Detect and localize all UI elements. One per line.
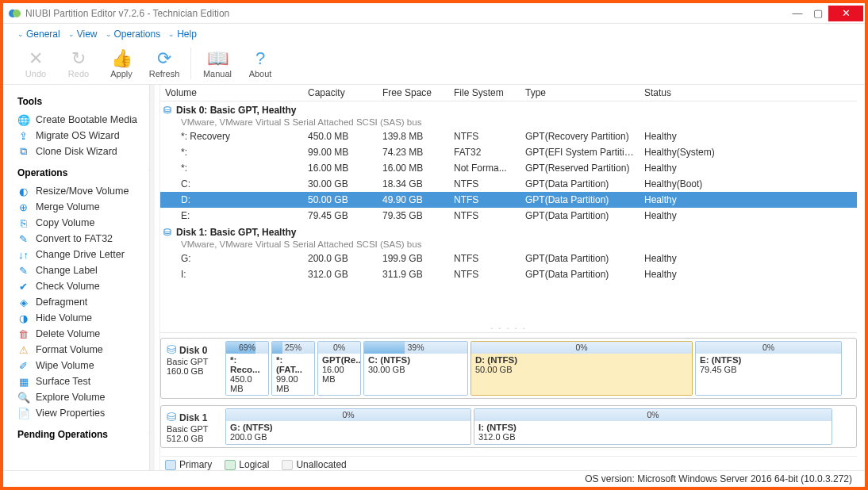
op-view-properties[interactable]: 📄View Properties	[17, 405, 153, 421]
sidebar-icon: ◈	[17, 297, 29, 308]
sidebar-icon: ↓↑	[17, 249, 29, 261]
toolbar: ✕Undo↻Redo👍Apply⟳Refresh📖Manual?About	[3, 44, 865, 85]
volume-row[interactable]: E:79.45 GB79.35 GBNTFSGPT(Data Partition…	[160, 208, 857, 224]
op-defragment[interactable]: ◈Defragment	[17, 294, 153, 310]
disk-info: ⛁ Disk 1Basic GPT512.0 GB	[163, 408, 222, 445]
statusbar: OS version: Microsoft Windows Server 201…	[3, 470, 865, 487]
chevron-up-icon: ˄	[148, 167, 153, 178]
partition[interactable]: 0%I: (NTFS)312.0 GB	[474, 408, 832, 445]
op-change-drive-letter[interactable]: ↓↑Change Drive Letter	[17, 247, 153, 262]
os-version-label: OS version: Microsoft Windows Server 201…	[585, 473, 852, 484]
disk-header[interactable]: ⛁Disk 0: Basic GPT, Healthy	[160, 103, 857, 117]
sidebar-icon: 📄	[17, 408, 29, 419]
tool-manual[interactable]: 📖Manual	[199, 48, 236, 78]
col-type[interactable]: Type	[520, 85, 639, 101]
table-body: ⛁Disk 0: Basic GPT, HealthyVMware, VMwar…	[160, 101, 857, 298]
sidebar: Tools ˄ 🌐Create Bootable Media⇪Migrate O…	[3, 85, 160, 470]
op-delete-volume[interactable]: 🗑Delete Volume	[17, 326, 153, 342]
menubar: ⌄General⌄View⌄Operations⌄Help	[3, 24, 865, 44]
op-hide-volume[interactable]: ◑Hide Volume	[17, 310, 153, 326]
op-resize-move-volume[interactable]: ◐Resize/Move Volume	[17, 183, 153, 199]
app-icon	[8, 7, 21, 20]
legend-unalloc-icon	[282, 460, 293, 470]
chevron-down-icon: ⌄	[106, 30, 112, 38]
op-explore-volume[interactable]: 🔍Explore Volume	[17, 389, 153, 405]
sidebar-icon: 🔍	[17, 392, 29, 404]
legend-primary-icon	[165, 460, 176, 470]
maximize-button[interactable]: ▢	[808, 6, 828, 21]
titlebar: NIUBI Partition Editor v7.2.6 - Technici…	[3, 3, 865, 24]
about-icon: ?	[255, 48, 265, 69]
sidebar-icon: 🌐	[17, 114, 29, 126]
disk-header[interactable]: ⛁Disk 1: Basic GPT, Healthy	[160, 225, 857, 239]
main: Tools ˄ 🌐Create Bootable Media⇪Migrate O…	[3, 85, 865, 470]
col-free-space[interactable]: Free Space	[378, 85, 449, 101]
col-file-system[interactable]: File System	[449, 85, 520, 101]
partition[interactable]: 69%*: Reco...450.0 MB	[225, 341, 269, 396]
tool-redo: ↻Redo	[60, 48, 97, 78]
volume-row[interactable]: *:99.00 MB74.23 MBFAT32GPT(EFI System Pa…	[160, 144, 857, 160]
tool-create-bootable-media[interactable]: 🌐Create Bootable Media	[17, 112, 153, 128]
pending-header[interactable]: Pending Operations ˄	[17, 429, 153, 440]
menu-operations[interactable]: ⌄Operations	[106, 29, 161, 40]
volume-row[interactable]: G:200.0 GB199.9 GBNTFSGPT(Data Partition…	[160, 251, 857, 266]
partition[interactable]: 0%GPT(Re...16.00 MB	[317, 341, 361, 396]
col-capacity[interactable]: Capacity	[303, 85, 378, 101]
op-surface-test[interactable]: ▦Surface Test	[17, 373, 153, 389]
menu-view[interactable]: ⌄View	[68, 29, 98, 40]
partition[interactable]: 0%D: (NTFS)50.00 GB	[470, 341, 693, 396]
tool-apply[interactable]: 👍Apply	[103, 48, 140, 78]
sidebar-icon: ✎	[17, 265, 29, 277]
menu-general[interactable]: ⌄General	[17, 29, 60, 40]
tool-refresh[interactable]: ⟳Refresh	[146, 48, 182, 78]
op-check-volume[interactable]: ✔Check Volume	[17, 278, 153, 294]
apply-icon: 👍	[111, 48, 133, 69]
partition[interactable]: 25%*: (FAT...99.00 MB	[271, 341, 315, 396]
disk-map: ⛁ Disk 1Basic GPT512.0 GB0%G: (NTFS)200.…	[160, 405, 857, 448]
partition[interactable]: 0%G: (NTFS)200.0 GB	[225, 408, 471, 445]
op-copy-volume[interactable]: ⎘Copy Volume	[17, 215, 153, 231]
tool-about[interactable]: ?About	[242, 48, 278, 78]
tool-migrate-os-wizard[interactable]: ⇪Migrate OS Wizard	[17, 128, 153, 144]
disk-icon: ⛁	[167, 410, 177, 423]
disk-info: ⛁ Disk 0Basic GPT160.0 GB	[163, 341, 222, 396]
tool-clone-disk-wizard[interactable]: ⧉Clone Disk Wizard	[17, 144, 153, 159]
op-wipe-volume[interactable]: ✐Wipe Volume	[17, 358, 153, 373]
op-change-label[interactable]: ✎Change Label	[17, 262, 153, 278]
volume-row[interactable]: C:30.00 GB18.34 GBNTFSGPT(Data Partition…	[160, 176, 857, 192]
close-button[interactable]: ✕	[828, 6, 863, 21]
undo-icon: ✕	[29, 48, 43, 69]
refresh-icon: ⟳	[157, 48, 171, 69]
chevron-up-icon: ˄	[148, 96, 153, 107]
sidebar-icon: ⎘	[17, 217, 29, 229]
volume-row[interactable]: *:16.00 MB16.00 MBNot Forma...GPT(Reserv…	[160, 160, 857, 176]
partition[interactable]: 39%C: (NTFS)30.00 GB	[363, 341, 468, 396]
sidebar-icon: ⧉	[17, 146, 29, 158]
op-merge-volume[interactable]: ⊕Merge Volume	[17, 199, 153, 215]
op-convert-to-fat32[interactable]: ✎Convert to FAT32	[17, 231, 153, 247]
sidebar-icon: ✎	[17, 233, 29, 245]
menu-help[interactable]: ⌄Help	[168, 29, 197, 40]
tools-header[interactable]: Tools ˄	[17, 96, 153, 107]
chevron-down-icon: ⌄	[68, 30, 75, 38]
legend-logical-icon	[225, 460, 236, 470]
app-title: NIUBI Partition Editor v7.2.6 - Technici…	[25, 8, 229, 19]
table-header: VolumeCapacityFree SpaceFile SystemTypeS…	[160, 85, 857, 101]
splitter-handle[interactable]: . . . . .	[160, 320, 857, 332]
minimize-button[interactable]: —	[787, 6, 808, 21]
app-window: NIUBI Partition Editor v7.2.6 - Technici…	[3, 3, 865, 487]
op-format-volume[interactable]: ⚠Format Volume	[17, 342, 153, 358]
sidebar-icon: ◐	[17, 186, 29, 197]
operations-header[interactable]: Operations ˄	[17, 167, 153, 178]
volume-row[interactable]: I:312.0 GB311.9 GBNTFSGPT(Data Partition…	[160, 266, 857, 282]
sidebar-icon: ⇪	[17, 130, 29, 142]
disk-icon: ⛁	[163, 105, 171, 116]
disk-icon: ⛁	[167, 343, 177, 356]
volume-row[interactable]: D:50.00 GB49.90 GBNTFSGPT(Data Partition…	[160, 192, 857, 208]
col-volume[interactable]: Volume	[160, 85, 303, 101]
col-status[interactable]: Status	[639, 85, 727, 101]
volume-row[interactable]: *: Recovery450.0 MB139.8 MBNTFSGPT(Recov…	[160, 128, 857, 144]
manual-icon: 📖	[207, 48, 229, 69]
partition[interactable]: 0%E: (NTFS)79.45 GB	[695, 341, 842, 396]
chevron-down-icon: ⌄	[168, 30, 175, 38]
